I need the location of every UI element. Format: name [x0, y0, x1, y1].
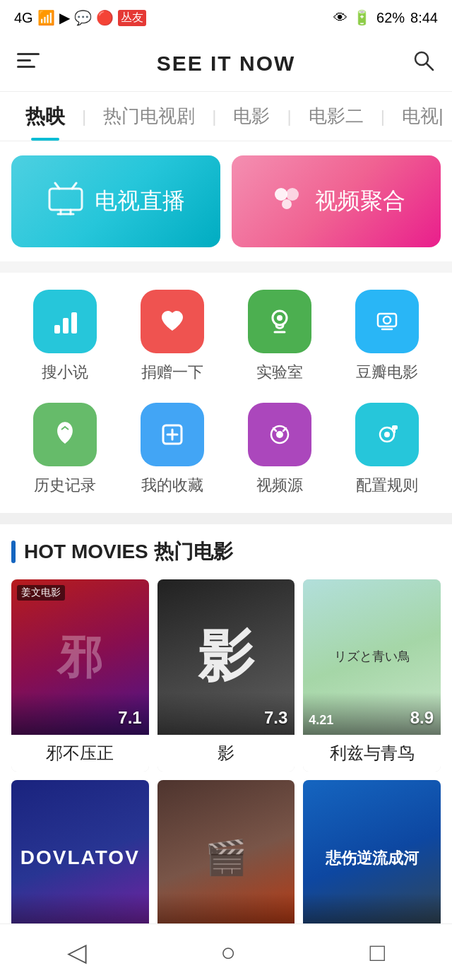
donate-icon — [141, 290, 204, 353]
eye-icon: 👁 — [333, 10, 347, 26]
svg-point-27 — [276, 431, 283, 438]
wifi-icon: 📶 — [37, 9, 55, 26]
tab-tv[interactable]: 热门电视剧 — [89, 92, 209, 141]
tab-hot[interactable]: 热映 — [11, 92, 79, 141]
home-button[interactable]: ○ — [199, 931, 257, 974]
movie-card-1[interactable]: 姜文电影 邪 7.1 邪不压正 — [11, 579, 149, 772]
tv-icon — [47, 179, 85, 225]
battery-percent: 62% — [376, 10, 405, 26]
svg-line-29 — [283, 428, 286, 431]
lab-label: 实验室 — [256, 362, 303, 383]
status-right: 👁 🔋 62% 8:44 — [333, 9, 438, 26]
svg-rect-14 — [54, 325, 60, 333]
lab-icon — [248, 290, 311, 353]
svg-rect-2 — [17, 66, 35, 68]
douban-label: 豆瓣电影 — [356, 362, 418, 383]
favorites-item[interactable]: 我的收藏 — [126, 403, 218, 496]
movie-poster-text-1: 邪 — [57, 627, 102, 688]
douban-item[interactable]: 豆瓣电影 — [341, 290, 433, 383]
movie-poster-6: 悲伤逆流成河 — [303, 780, 441, 935]
svg-rect-5 — [49, 189, 82, 210]
hot-movies-title: HOT MOVIES 热门电影 — [11, 538, 441, 565]
movie-poster-text-3: リズと青い鳥 — [334, 648, 410, 666]
history-icon — [33, 403, 97, 466]
movie-rating-3: 8.9 — [410, 708, 434, 728]
banner-section: 电视直播 视频聚合 — [0, 141, 452, 261]
tab-divider-4: | — [381, 107, 385, 126]
lab-item[interactable]: 实验室 — [234, 290, 326, 383]
svg-point-11 — [275, 188, 287, 201]
movie-poster-text-6: 悲伤逆流成河 — [326, 846, 419, 870]
message-icon: 💬 — [74, 9, 92, 26]
app-title: SEE IT NOW — [157, 52, 296, 76]
tab-tv2[interactable]: 电视| — [388, 92, 452, 141]
svg-point-18 — [277, 315, 282, 321]
svg-line-4 — [427, 64, 433, 70]
movie-poster-5: 🎬 — [157, 780, 295, 935]
history-label: 历史记录 — [34, 475, 96, 496]
tab-divider-3: | — [287, 107, 291, 126]
back-button[interactable]: ◁ — [46, 931, 108, 974]
bottom-nav: ◁ ○ □ — [0, 923, 452, 980]
movie-poster-text-4: DOVLATOV — [20, 846, 140, 869]
category-tabs: 热映 | 热门电视剧 | 电影 | 电影二 | 电视| — [0, 92, 452, 141]
config-item[interactable]: 配置规则 — [341, 403, 433, 496]
tab-divider-1: | — [82, 107, 86, 126]
clock: 8:44 — [410, 10, 438, 26]
movie-title-1: 邪不压正 — [11, 735, 149, 772]
favorites-label: 我的收藏 — [141, 475, 203, 496]
menu-icon[interactable] — [17, 49, 40, 78]
recent-button[interactable]: □ — [349, 931, 407, 974]
svg-rect-20 — [378, 314, 396, 326]
movie-card-3[interactable]: リズと青い鳥 8.9 4.21 利兹与青鸟 — [303, 579, 441, 772]
tv-live-button[interactable]: 电视直播 — [11, 155, 220, 247]
svg-rect-1 — [17, 59, 31, 61]
douban-icon — [355, 290, 419, 353]
search-novel-item[interactable]: 搜小说 — [19, 290, 111, 383]
status-bar: 4G 📶 ▶ 💬 🔴 丛友 👁 🔋 62% 8:44 — [0, 0, 452, 35]
grid-row-1: 搜小说 捐赠一下 实验 — [0, 290, 452, 383]
video-source-icon — [248, 403, 311, 466]
movie-poster-text-2: 影 — [198, 619, 254, 695]
grid-row-2: 历史记录 我的收藏 — [0, 403, 452, 496]
favorites-icon — [141, 403, 204, 466]
search-icon[interactable] — [412, 49, 435, 78]
donate-item[interactable]: 捐赠一下 — [126, 290, 218, 383]
config-icon — [355, 403, 419, 466]
movie-date-3: 4.21 — [309, 713, 333, 728]
tab-movie[interactable]: 电影 — [219, 92, 284, 141]
svg-rect-16 — [71, 312, 77, 333]
svg-rect-0 — [17, 53, 40, 55]
quick-access-grid: 搜小说 捐赠一下 实验 — [0, 273, 452, 513]
app-icon: 🔴 — [96, 9, 114, 26]
tv-live-label: 电视直播 — [95, 186, 185, 217]
movie-rating-1: 7.1 — [118, 708, 141, 728]
tab-divider-2: | — [212, 107, 216, 126]
status-left: 4G 📶 ▶ 💬 🔴 丛友 — [14, 9, 146, 26]
section-divider — [0, 513, 452, 524]
movie-card-2[interactable]: 影 7.3 影 — [157, 579, 295, 772]
movie-title-2: 影 — [157, 735, 295, 772]
movie-poster-2: 影 7.3 — [157, 579, 295, 735]
search-novel-label: 搜小说 — [42, 362, 88, 383]
app-header: SEE IT NOW — [0, 35, 452, 92]
svg-point-21 — [383, 317, 391, 324]
config-label: 配置规则 — [356, 475, 418, 496]
video-source-item[interactable]: 视频源 — [234, 403, 326, 496]
play-icon: ▶ — [59, 9, 70, 26]
donate-label: 捐赠一下 — [141, 362, 203, 383]
svg-point-12 — [286, 188, 299, 201]
movies-grid: 姜文电影 邪 7.1 邪不压正 影 7.3 影 — [11, 579, 441, 972]
search-novel-icon — [33, 290, 97, 353]
section-title-text: HOT MOVIES 热门电影 — [24, 538, 233, 565]
movie-poster-1: 姜文电影 邪 7.1 — [11, 579, 149, 735]
tab-movie2[interactable]: 电影二 — [295, 92, 378, 141]
video-agg-button[interactable]: 视频聚合 — [232, 155, 441, 247]
movie-rating-2: 7.3 — [264, 708, 287, 728]
movie-poster-4: DOVLATOV — [11, 780, 149, 935]
app-icon2: 丛友 — [118, 10, 146, 26]
movie-title-3: 利兹与青鸟 — [303, 735, 441, 772]
svg-point-13 — [282, 199, 292, 209]
history-item[interactable]: 历史记录 — [19, 403, 111, 496]
movie-poster-text-5: 🎬 — [205, 838, 247, 878]
